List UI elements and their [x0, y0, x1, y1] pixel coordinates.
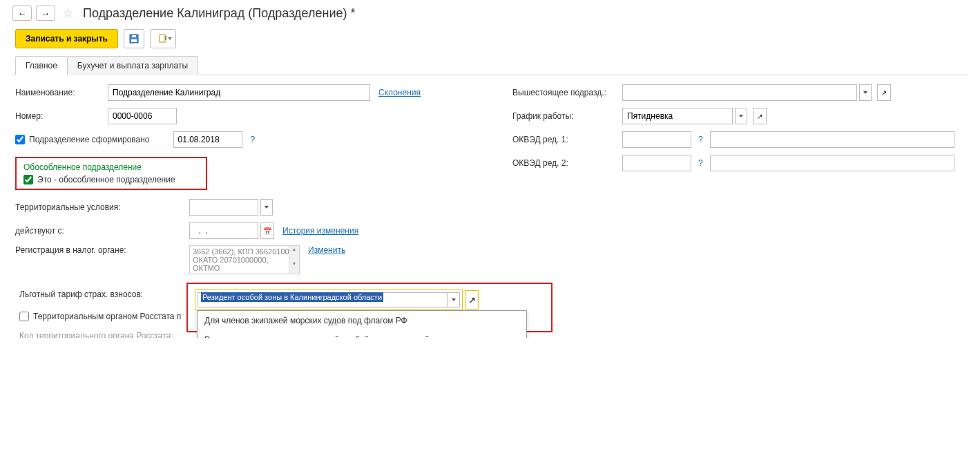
territorial-label: Территориальные условия:: [15, 202, 186, 212]
change-link[interactable]: Изменить: [308, 245, 345, 255]
row-name: Наименование: Склонения: [15, 84, 485, 102]
document-icon: [158, 34, 168, 44]
rosstat-check-label: Территориальным органом Росстата п: [33, 312, 181, 321]
okved1-code-input[interactable]: [622, 131, 691, 148]
subgroup-title: Обособленное подразделение: [23, 162, 199, 172]
name-input[interactable]: [108, 84, 370, 101]
tax-text: 3662 (3662), КПП 366201001, ОКАТО 207010…: [193, 247, 296, 272]
more-actions-button[interactable]: [150, 29, 176, 48]
okved1-label: ОКВЭД ред. 1:: [512, 135, 619, 144]
tab-bar: Главное Бухучет и выплата зарплаты: [12, 55, 968, 75]
okved2-code-input[interactable]: [622, 155, 691, 171]
tax-label: Регистрация в налог. органе:: [15, 245, 186, 255]
tariff-option-1[interactable]: Резиденты технико-внедренческой особой э…: [198, 330, 526, 338]
schedule-open-button[interactable]: ↗: [753, 108, 767, 124]
tariff-input[interactable]: Резидент особой зоны в Калининградской о…: [198, 292, 448, 307]
okved1-desc-input[interactable]: [710, 131, 954, 148]
tariff-open-button[interactable]: ↗: [465, 290, 479, 310]
rosstat-code-label: Код территориального органа Росстата:: [19, 331, 185, 338]
right-column: Вышестоящее подразд.: ↗ График работы: ↗…: [512, 84, 954, 332]
formed-date-input[interactable]: [173, 131, 242, 148]
tab-accounting[interactable]: Бухучет и выплата зарплаты: [67, 56, 198, 75]
history-link[interactable]: История изменения: [282, 226, 358, 236]
calendar-button[interactable]: 📅: [260, 222, 274, 239]
effective-date-input[interactable]: [189, 222, 258, 239]
tariff-row: Резидент особой зоны в Калининградской о…: [195, 290, 544, 310]
effective-label: действуют с:: [15, 226, 186, 236]
row-effective: действуют с: 📅 История изменения: [15, 222, 485, 240]
left-column: Наименование: Склонения Номер: Подраздел…: [15, 84, 485, 332]
tax-scrollbar[interactable]: [289, 246, 299, 274]
schedule-input[interactable]: [622, 108, 733, 124]
tab-main[interactable]: Главное: [15, 56, 68, 75]
form-area: Наименование: Склонения Номер: Подраздел…: [12, 84, 968, 332]
territorial-input[interactable]: [189, 199, 258, 216]
row-tax: Регистрация в налог. органе: 3662 (3662)…: [15, 245, 485, 274]
parent-label: Вышестоящее подразд.:: [512, 88, 619, 97]
favorite-star-icon[interactable]: ☆: [62, 6, 73, 21]
write-close-button[interactable]: Записать и закрыть: [15, 29, 118, 48]
row-parent: Вышестоящее подразд.: ↗: [512, 84, 954, 102]
okved2-help-icon[interactable]: ?: [698, 158, 703, 168]
page-title: Подразделение Калиниград (Подразделение)…: [83, 6, 355, 21]
territorial-dropdown-button[interactable]: [260, 199, 273, 216]
row-number: Номер:: [15, 107, 485, 125]
tariff-dropdown-list: Для членов экипажей морских судов под фл…: [197, 310, 527, 338]
svg-rect-1: [131, 39, 137, 42]
svg-rect-4: [165, 36, 166, 40]
parent-open-button[interactable]: ↗: [877, 84, 891, 101]
okved2-desc-input[interactable]: [710, 155, 954, 171]
row-okved1: ОКВЭД ред. 1: ?: [512, 131, 954, 149]
save-icon: [129, 34, 139, 44]
toolbar: Записать и закрыть: [12, 29, 968, 48]
row-schedule: График работы: ↗: [512, 107, 954, 125]
rosstat-checkbox[interactable]: [19, 312, 29, 321]
schedule-label: График работы:: [512, 111, 619, 121]
parent-dropdown-button[interactable]: [859, 84, 872, 101]
row-okved2: ОКВЭД ред. 2: ?: [512, 154, 954, 172]
name-label: Наименование:: [15, 88, 105, 97]
okved2-label: ОКВЭД ред. 2:: [512, 158, 619, 168]
tax-registration-box[interactable]: 3662 (3662), КПП 366201001, ОКАТО 207010…: [189, 245, 300, 274]
formed-label: Подразделение сформировано: [29, 135, 150, 144]
tariff-option-0[interactable]: Для членов экипажей морских судов под фл…: [198, 311, 526, 330]
save-button[interactable]: [124, 29, 144, 48]
back-button[interactable]: ←: [12, 6, 32, 21]
number-input[interactable]: [108, 108, 177, 124]
okved1-help-icon[interactable]: ?: [698, 135, 703, 144]
tariff-label: Льготный тариф страх. взносов:: [19, 290, 185, 299]
row-formed: Подразделение сформировано ?: [15, 131, 485, 149]
svg-rect-3: [160, 35, 165, 42]
svg-rect-2: [132, 35, 136, 37]
schedule-dropdown-button[interactable]: [735, 108, 747, 124]
row-territorial: Территориальные условия:: [15, 198, 485, 216]
tariff-dropdown-button[interactable]: [448, 292, 460, 307]
tariff-highlight-block: Льготный тариф страх. взносов: Территори…: [186, 283, 553, 332]
forward-button[interactable]: →: [36, 6, 55, 21]
separate-label: Это - обособленное подразделение: [37, 175, 175, 184]
formed-help-icon[interactable]: ?: [251, 135, 256, 144]
separate-checkbox[interactable]: [23, 175, 33, 184]
number-label: Номер:: [15, 111, 105, 121]
declensions-link[interactable]: Склонения: [378, 88, 421, 97]
formed-checkbox[interactable]: [15, 135, 25, 144]
separate-subdivision-group: Обособленное подразделение Это - обособл…: [15, 157, 207, 190]
parent-input[interactable]: [622, 84, 857, 101]
topbar: ← → ☆ Подразделение Калиниград (Подразде…: [12, 6, 968, 21]
